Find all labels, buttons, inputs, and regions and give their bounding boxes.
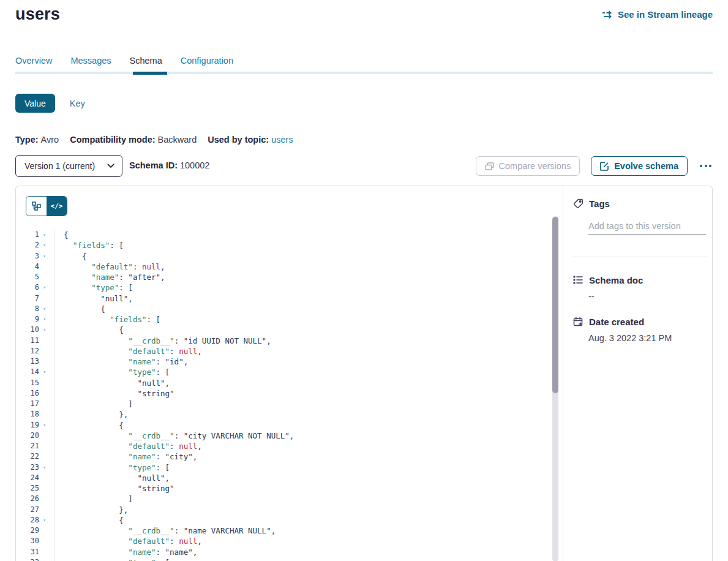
code-text: { <box>50 304 105 314</box>
code-text: "name": "after", <box>50 273 165 282</box>
fold-toggle-icon[interactable]: ▾ <box>39 251 50 262</box>
version-select[interactable]: Version 1 (current) <box>15 155 122 177</box>
more-options-button[interactable] <box>699 161 713 171</box>
code-text: "default": null, <box>50 347 202 356</box>
line-number: 21 <box>16 441 39 451</box>
code-text: "type": [ <box>50 367 170 377</box>
code-text: "string" <box>50 389 174 398</box>
code-line: 16 "string" <box>16 388 549 399</box>
stream-lineage-icon <box>602 10 614 19</box>
code-line: 25 "string" <box>16 483 549 494</box>
fold-toggle-icon[interactable]: ▾ <box>39 314 50 325</box>
fold-toggle-icon[interactable]: ▾ <box>39 282 50 293</box>
line-number: 17 <box>16 399 39 409</box>
key-tab-button[interactable]: Key <box>70 99 85 108</box>
code-text: ] <box>50 494 133 503</box>
value-tab-button[interactable]: Value <box>15 94 55 113</box>
line-number: 31 <box>16 547 39 557</box>
code-text: { <box>50 230 69 239</box>
tab-schema[interactable]: Schema <box>130 56 162 66</box>
tab-underline-track <box>15 72 713 74</box>
line-number: 2 <box>16 240 39 250</box>
code-text: "null", <box>50 378 170 388</box>
schema-doc-value: -- <box>588 292 595 301</box>
line-number: 7 <box>16 293 39 304</box>
code-text: "name": "city", <box>50 452 197 461</box>
code-line: 13 "name": "id", <box>16 356 549 367</box>
sidebar-divider <box>573 257 708 257</box>
line-number: 23 <box>16 462 39 473</box>
schema-editor: </> 1▾{2▾ "fields": [3▾ {4 "default": nu… <box>16 186 563 561</box>
code-text: "null", <box>50 294 133 303</box>
code-line: 31 "name": "name", <box>16 547 549 557</box>
code-line: 30 "default": null, <box>16 536 549 546</box>
code-line: 21 "default": null, <box>16 441 549 451</box>
code-line: 17 ] <box>16 399 549 409</box>
code-line: 9▾ "fields": [ <box>16 314 549 325</box>
tab-underline-active <box>133 72 167 75</box>
line-number: 26 <box>16 494 39 504</box>
code-line: 7 "null", <box>16 293 549 304</box>
version-bar: Version 1 (current) Schema ID:100002 Com… <box>15 155 713 177</box>
code-text: "name": "name", <box>50 548 197 557</box>
tags-input[interactable] <box>588 220 706 235</box>
code-view-button[interactable]: </> <box>47 197 67 216</box>
chevron-down-icon <box>107 164 114 168</box>
line-number: 1 <box>16 230 39 240</box>
topic-link[interactable]: users <box>271 135 293 145</box>
line-number: 8 <box>16 304 39 314</box>
editor-scrollbar-thumb[interactable] <box>552 217 558 393</box>
fold-toggle-icon[interactable]: ▾ <box>39 462 50 473</box>
compare-versions-icon <box>485 162 494 170</box>
code-text: "name": "id", <box>50 357 188 366</box>
line-number: 9 <box>16 314 39 325</box>
code-line: 29 "__crdb__": "name VARCHAR NULL", <box>16 525 549 536</box>
tag-icon <box>573 198 584 209</box>
fold-toggle-icon[interactable]: ▾ <box>39 420 50 431</box>
evolve-schema-button[interactable]: Evolve schema <box>591 156 688 176</box>
code-line: 6▾ "type": [ <box>16 282 549 293</box>
code-text: "default": null, <box>50 442 202 451</box>
line-number: 6 <box>16 282 39 293</box>
code-text: "type": [ <box>50 283 133 292</box>
tree-view-button[interactable] <box>26 197 47 216</box>
code-line: 23▾ "type": [ <box>16 462 549 473</box>
fold-toggle-icon[interactable]: ▾ <box>39 230 50 240</box>
fold-toggle-icon[interactable]: ▾ <box>39 304 50 314</box>
code-line: 19▾ { <box>16 420 549 431</box>
used-by-topic: Used by topic:users <box>208 135 293 145</box>
date-created-heading: Date created <box>573 317 644 328</box>
line-number: 18 <box>16 409 39 420</box>
code-line: 27 }, <box>16 505 549 515</box>
see-in-stream-lineage-link[interactable]: See in Stream lineage <box>602 9 713 20</box>
schema-page: users See in Stream lineage Overview Mes… <box>0 0 728 561</box>
fold-toggle-icon[interactable]: ▾ <box>39 240 50 250</box>
fold-toggle-icon[interactable]: ▾ <box>39 557 50 561</box>
line-number: 3 <box>16 251 39 262</box>
tab-messages[interactable]: Messages <box>70 56 111 66</box>
code-text: "fields": [ <box>50 241 124 250</box>
schema-meta-row: Type:Avro Compatibility mode:Backward Us… <box>15 135 293 145</box>
compatibility-mode: Compatibility mode:Backward <box>70 135 197 145</box>
code-text: "__crdb__": "id UUID NOT NULL", <box>50 336 271 345</box>
code-line: 5 "name": "after", <box>16 272 549 282</box>
version-actions: Compare versions Evolve schema <box>476 156 713 176</box>
code-text: "fields": [ <box>50 315 160 324</box>
code-text: { <box>50 516 124 525</box>
code-line: 4 "default": null, <box>16 262 549 272</box>
line-number: 19 <box>16 420 39 431</box>
fold-toggle-icon[interactable]: ▾ <box>39 325 50 335</box>
value-key-toggle: Value Key <box>15 94 85 113</box>
code-text: { <box>50 252 87 261</box>
code-line: 10▾ { <box>16 325 549 335</box>
compare-versions-button[interactable]: Compare versions <box>476 156 580 176</box>
fold-toggle-icon[interactable]: ▾ <box>39 367 50 377</box>
tab-configuration[interactable]: Configuration <box>181 56 233 66</box>
fold-toggle-icon[interactable]: ▾ <box>39 515 50 525</box>
code-line: 22 "name": "city", <box>16 451 549 462</box>
line-number: 27 <box>16 505 39 515</box>
tab-overview[interactable]: Overview <box>15 56 52 66</box>
code-text: "type": [ <box>50 463 170 472</box>
line-number: 4 <box>16 262 39 272</box>
code-line: 24 "null", <box>16 473 549 483</box>
